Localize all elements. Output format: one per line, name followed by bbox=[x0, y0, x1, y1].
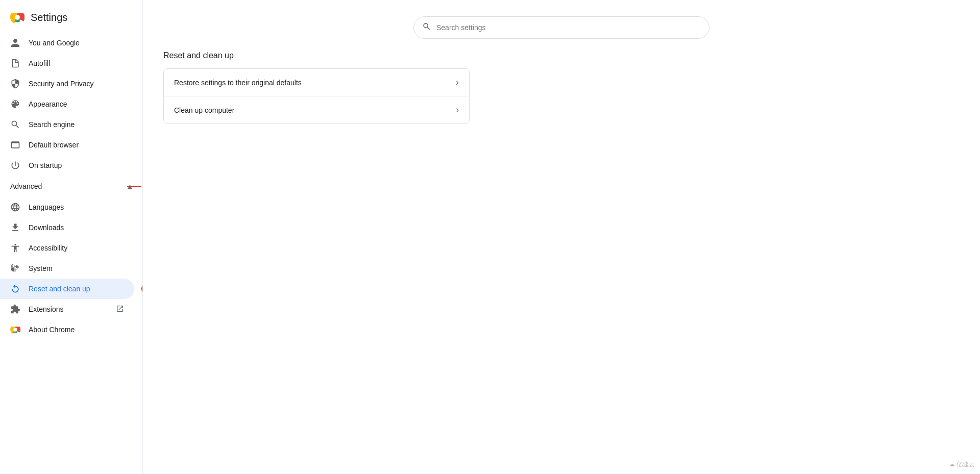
sidebar-item-label: Security and Privacy bbox=[29, 80, 124, 88]
sidebar-item-label: Languages bbox=[29, 203, 124, 211]
sidebar-item-label: You and Google bbox=[29, 39, 124, 47]
appearance-icon bbox=[10, 99, 20, 109]
autofill-icon bbox=[10, 58, 20, 68]
settings-card: Restore settings to their original defau… bbox=[163, 68, 470, 124]
search-engine-icon bbox=[10, 119, 20, 130]
restore-settings-label: Restore settings to their original defau… bbox=[174, 79, 302, 87]
sidebar-item-reset-clean[interactable]: Reset and clean up 2 bbox=[0, 279, 134, 299]
sidebar-item-label: Extensions bbox=[29, 305, 108, 313]
watermark: ☁ 亿速云 bbox=[949, 460, 975, 469]
sidebar-item-about-chrome[interactable]: About Chrome bbox=[0, 319, 134, 340]
sidebar-item-label: About Chrome bbox=[29, 326, 124, 334]
search-bar-container bbox=[163, 10, 960, 51]
restore-settings-row[interactable]: Restore settings to their original defau… bbox=[164, 69, 469, 96]
sidebar-item-label: Accessibility bbox=[29, 244, 124, 252]
startup-icon bbox=[10, 160, 20, 170]
app-title: Settings bbox=[31, 12, 67, 23]
sidebar-item-label: Search engine bbox=[29, 120, 124, 129]
clean-up-computer-row[interactable]: Clean up computer › bbox=[164, 96, 469, 123]
clean-up-computer-label: Clean up computer bbox=[174, 106, 234, 114]
system-icon bbox=[10, 263, 20, 273]
accessibility-icon bbox=[10, 243, 20, 253]
sidebar-item-label: Appearance bbox=[29, 100, 124, 108]
reset-icon bbox=[10, 284, 20, 294]
sidebar-item-label: Default browser bbox=[29, 141, 124, 149]
person-icon bbox=[10, 38, 20, 48]
sidebar-item-search-engine[interactable]: Search engine bbox=[0, 114, 134, 135]
advanced-label: Advanced bbox=[10, 182, 124, 190]
sidebar-item-on-startup[interactable]: On startup bbox=[0, 155, 134, 176]
annotation-arrow-1 bbox=[127, 181, 142, 191]
sidebar-item-autofill[interactable]: Autofill bbox=[0, 53, 134, 73]
sidebar-item-languages[interactable]: Languages bbox=[0, 197, 134, 217]
chrome-small-icon bbox=[10, 322, 20, 337]
sidebar-item-you-and-google[interactable]: You and Google bbox=[0, 33, 134, 53]
sidebar-item-label: On startup bbox=[29, 161, 124, 169]
sidebar-item-accessibility[interactable]: Accessibility bbox=[0, 238, 134, 258]
chevron-right-icon: › bbox=[456, 77, 459, 88]
language-icon bbox=[10, 202, 20, 212]
shield-icon bbox=[10, 79, 20, 89]
browser-icon bbox=[10, 140, 20, 150]
svg-point-6 bbox=[13, 328, 17, 332]
search-icon bbox=[422, 22, 431, 34]
sidebar-header: Settings bbox=[0, 4, 142, 33]
search-input[interactable] bbox=[436, 23, 701, 32]
sidebar-item-label: Downloads bbox=[29, 223, 124, 232]
sidebar-item-downloads[interactable]: Downloads bbox=[0, 217, 134, 238]
sidebar: Settings You and Google Autofill Securit… bbox=[0, 0, 143, 474]
external-link-icon bbox=[116, 305, 124, 314]
download-icon bbox=[10, 222, 20, 233]
extensions-icon bbox=[10, 304, 20, 314]
sidebar-item-label: Autofill bbox=[29, 59, 124, 67]
sidebar-item-label: System bbox=[29, 264, 124, 272]
sidebar-item-extensions[interactable]: Extensions bbox=[0, 299, 134, 319]
svg-point-2 bbox=[15, 15, 20, 20]
sidebar-item-appearance[interactable]: Appearance bbox=[0, 94, 134, 114]
chrome-logo-icon bbox=[10, 10, 24, 24]
sidebar-item-system[interactable]: System bbox=[0, 258, 134, 279]
section-title: Reset and clean up bbox=[163, 51, 960, 60]
advanced-section[interactable]: Advanced ▴ 1 bbox=[0, 176, 142, 197]
about-icon bbox=[10, 325, 20, 335]
chevron-right-icon: › bbox=[456, 105, 459, 115]
sidebar-item-security-privacy[interactable]: Security and Privacy bbox=[0, 73, 134, 94]
sidebar-item-label: Reset and clean up bbox=[29, 285, 124, 293]
main-content: Reset and clean up Restore settings to t… bbox=[143, 0, 980, 474]
search-bar bbox=[413, 16, 709, 39]
sidebar-item-default-browser[interactable]: Default browser bbox=[0, 135, 134, 155]
